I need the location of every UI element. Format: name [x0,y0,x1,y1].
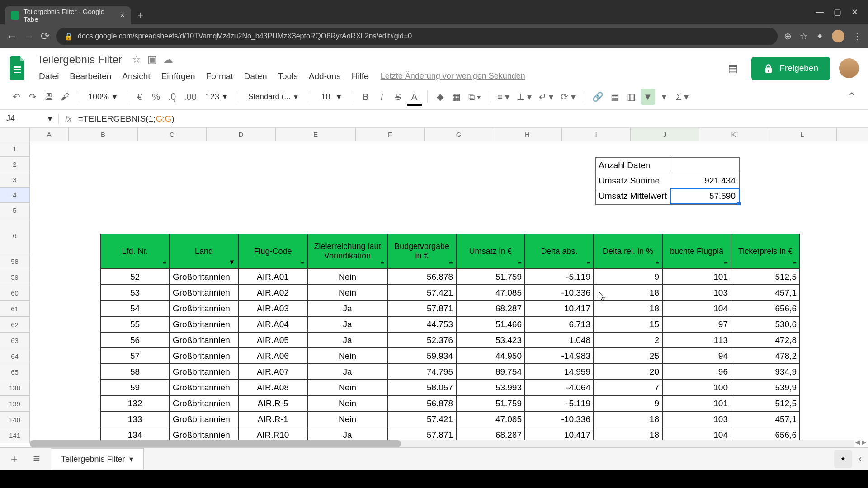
minimize-icon[interactable]: — [816,7,824,17]
maximize-icon[interactable]: ▢ [834,7,841,17]
name-box[interactable]: J4 ▾ [0,114,59,124]
table-cell[interactable]: 1.048 [525,332,594,348]
table-cell[interactable]: Nein [307,285,387,300]
table-cell[interactable]: 52.376 [387,332,456,348]
row-header[interactable]: 2 [0,157,30,172]
table-cell[interactable]: 51.759 [456,269,525,285]
table-cell[interactable]: 51.466 [456,316,525,332]
table-cell[interactable]: 56.878 [387,395,456,411]
column-filter-icon[interactable]: ≡ [380,258,384,266]
forward-icon[interactable]: → [24,30,34,42]
row-header[interactable]: 59 [0,269,30,285]
table-cell[interactable]: Nein [307,395,387,411]
table-cell[interactable]: -10.336 [525,411,594,427]
horizontal-scrollbar[interactable] [30,440,854,447]
table-cell[interactable]: Großbritannien [170,364,238,380]
filter-icon[interactable]: ▼ [641,89,655,105]
table-cell[interactable]: AIR.A08 [238,380,307,395]
table-cell[interactable]: 457,1 [731,285,800,300]
table-cell[interactable]: Großbritannien [170,316,238,332]
cloud-status-icon[interactable]: ☁ [163,54,173,66]
row-header[interactable]: 58 [0,253,30,269]
table-cell[interactable]: 101 [662,395,731,411]
row-header[interactable]: 4 [0,188,30,203]
table-cell[interactable]: 132 [100,395,170,411]
table-header[interactable]: Delta rel. in %≡ [594,234,662,269]
scroll-right-icon[interactable]: ▶ [862,439,866,446]
bold-icon[interactable]: B [359,89,373,105]
borders-icon[interactable]: ▦ [449,89,464,105]
table-cell[interactable]: -14.983 [525,348,594,364]
menu-format[interactable]: Format [202,69,238,84]
undo-icon[interactable]: ↶ [9,89,24,105]
column-filter-icon[interactable]: ≡ [586,258,590,266]
table-header[interactable]: Budgetvorgabe in €≡ [387,234,456,269]
table-cell[interactable]: 57.421 [387,285,456,300]
table-cell[interactable]: 53 [100,285,170,300]
table-cell[interactable]: 54 [100,300,170,316]
sheets-logo[interactable] [5,56,29,80]
doc-title[interactable]: Teilergebnis Filter [34,52,125,67]
table-cell[interactable]: 96 [662,364,731,380]
table-cell[interactable]: Großbritannien [170,300,238,316]
summary-label[interactable]: Anzahl Daten [596,158,670,173]
table-cell[interactable]: Nein [307,348,387,364]
rotate-icon[interactable]: ⟳ ▾ [558,89,578,105]
column-filter-icon[interactable]: ≡ [300,258,304,266]
valign-icon[interactable]: ⊥ ▾ [514,89,534,105]
table-header[interactable]: Zielerreichung laut Vorindikation≡ [307,234,387,269]
table-cell[interactable]: Ja [307,316,387,332]
table-cell[interactable]: Ja [307,332,387,348]
table-cell[interactable]: 94 [662,348,731,364]
extensions-icon[interactable]: ✦ [816,31,824,42]
star-doc-icon[interactable]: ☆ [132,54,141,66]
table-cell[interactable]: 512,5 [731,395,800,411]
table-cell[interactable]: Ja [307,364,387,380]
row-header[interactable]: 3 [0,172,30,188]
column-filter-icon[interactable]: ≡ [162,258,166,266]
table-cell[interactable]: AIR.A05 [238,332,307,348]
table-cell[interactable]: Nein [307,411,387,427]
text-color-icon[interactable]: A [407,89,422,106]
menu-einfügen[interactable]: Einfügen [157,69,200,84]
new-tab-button[interactable]: + [137,9,143,21]
table-cell[interactable]: 47.085 [456,411,525,427]
table-cell[interactable]: 25 [594,348,662,364]
col-header-H[interactable]: H [493,128,562,141]
table-cell[interactable]: AIR.A01 [238,269,307,285]
col-header-D[interactable]: D [207,128,276,141]
table-cell[interactable]: 44.950 [456,348,525,364]
menu-bearbeiten[interactable]: Bearbeiten [65,69,116,84]
table-cell[interactable]: 100 [662,380,731,395]
zoom-icon[interactable]: ⊕ [784,31,792,42]
table-cell[interactable]: 58 [100,364,170,380]
column-filter-icon[interactable]: ▼ [228,258,235,266]
table-cell[interactable]: 113 [662,332,731,348]
table-cell[interactable]: Großbritannien [170,269,238,285]
col-header-B[interactable]: B [69,128,138,141]
star-icon[interactable]: ☆ [800,31,808,42]
table-cell[interactable]: Großbritannien [170,285,238,300]
table-cell[interactable]: 656,6 [731,300,800,316]
row-header[interactable]: 1 [0,141,30,157]
table-header[interactable]: Umsatz in €≡ [456,234,525,269]
menu-datei[interactable]: Datei [34,69,63,84]
col-header-G[interactable]: G [425,128,493,141]
table-cell[interactable]: 56.878 [387,269,456,285]
menu-add-ons[interactable]: Add-ons [304,69,345,84]
table-cell[interactable]: 104 [662,300,731,316]
close-tab-icon[interactable]: × [120,11,125,20]
row-header[interactable]: 138 [0,380,30,396]
table-cell[interactable]: 59.934 [387,348,456,364]
table-cell[interactable]: AIR.R-1 [238,411,307,427]
table-cell[interactable]: 20 [594,364,662,380]
col-header-E[interactable]: E [276,128,356,141]
table-cell[interactable]: AIR.A06 [238,348,307,364]
formula-bar[interactable]: =TEILERGEBNIS(1;G:G) [78,113,868,124]
table-cell[interactable]: 57.871 [387,300,456,316]
table-cell[interactable]: 103 [662,411,731,427]
table-cell[interactable]: 457,1 [731,411,800,427]
table-cell[interactable]: AIR.A07 [238,364,307,380]
table-cell[interactable]: Großbritannien [170,395,238,411]
table-cell[interactable]: 530,6 [731,316,800,332]
